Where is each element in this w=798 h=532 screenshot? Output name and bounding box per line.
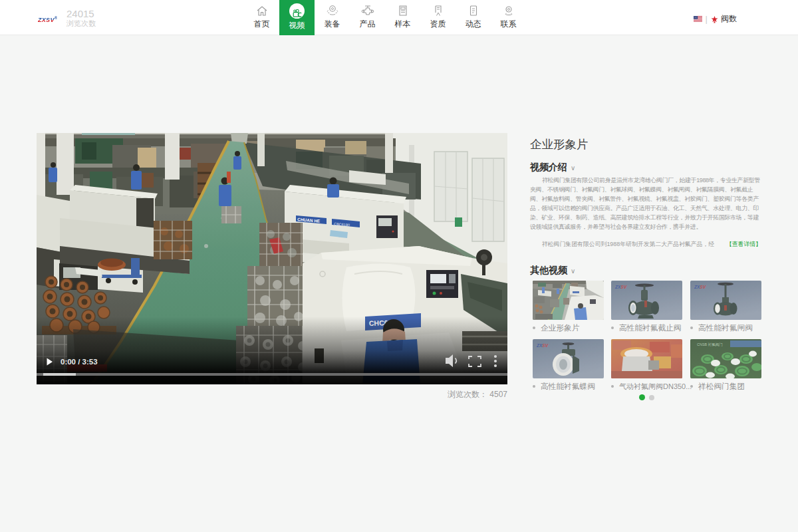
svg-text:0:00 / 3:53: 0:00 / 3:53: [61, 358, 98, 366]
